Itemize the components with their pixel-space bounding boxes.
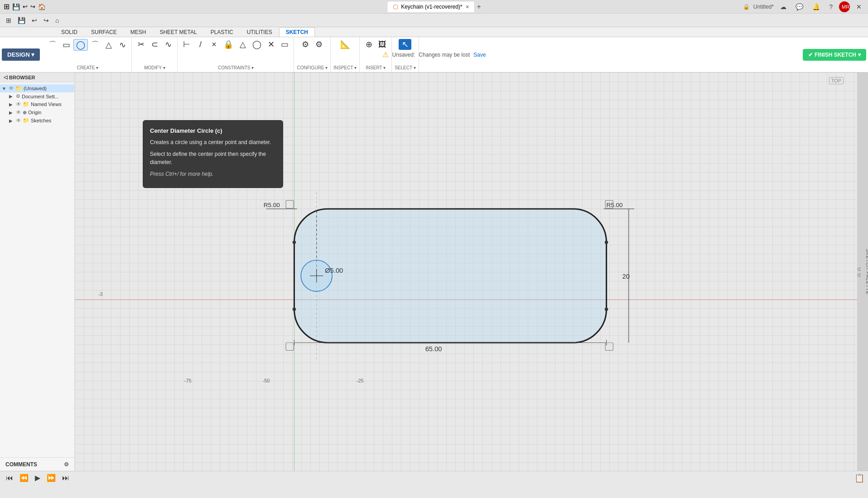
tab-surface[interactable]: SURFACE <box>84 27 124 37</box>
sidebar-item-document-settings[interactable]: ▶ ⚙ Document Sett... <box>0 92 74 100</box>
tab-sheet-metal[interactable]: SHEET METAL <box>153 27 203 37</box>
configure-tool2[interactable]: ⚙ <box>313 39 325 50</box>
sidebar-item-named-views[interactable]: ▶ 👁 📁 Named Views <box>0 100 74 108</box>
footer-playback: ⏮ ⏪ ▶ ⏩ ⏭ 📋 <box>0 471 868 484</box>
origin-icon: ⊕ <box>23 110 27 116</box>
ribbon-group-inspect: 📐 INSPECT ▾ <box>331 37 360 72</box>
eye-origin[interactable]: 👁 <box>16 109 21 116</box>
undo-icon[interactable]: ↩ <box>23 3 28 10</box>
tab-utilities[interactable]: UTILITIES <box>240 27 279 37</box>
svg-text:65.00: 65.00 <box>425 345 442 352</box>
save-link[interactable]: Save <box>473 52 486 58</box>
constraint-triangle[interactable]: △ <box>236 39 249 50</box>
configure-tool1[interactable]: ⚙ <box>299 39 312 50</box>
unsaved-item-label: (Unsaved) <box>24 86 47 91</box>
user-icon[interactable]: MR <box>839 1 850 12</box>
sidebar-item-origin[interactable]: ▶ 👁 ⊕ Origin <box>0 108 74 116</box>
home-button[interactable]: ⌂ <box>53 15 61 25</box>
sidebar-tree: ▼ 👁 📁 (Unsaved) ▶ ⚙ Document Sett... ▶ 👁… <box>0 82 74 457</box>
sidebar-item-sketches[interactable]: ▶ 👁 📁 Sketches <box>0 116 74 125</box>
constraint-rect[interactable]: ▭ <box>278 39 291 50</box>
constraint-diagonal[interactable]: / <box>194 39 207 50</box>
unsaved-label: Unsaved: <box>392 52 415 58</box>
svg-rect-0 <box>294 209 606 343</box>
eye-unsaved[interactable]: 👁 <box>9 85 14 92</box>
tab-plastic[interactable]: PLASTIC <box>204 27 240 37</box>
constraint-circle[interactable]: ◯ <box>250 39 264 50</box>
folder-sketches: 📁 <box>23 117 29 124</box>
axis-label-50: -50 <box>262 378 270 383</box>
eye-namedviews[interactable]: 👁 <box>16 101 21 107</box>
canvas-background[interactable]: TOP <box>75 73 857 471</box>
folder-unsaved: 📁 <box>15 85 22 92</box>
playback-play-button[interactable]: ▶ <box>33 473 43 483</box>
save-button[interactable]: 💾 <box>15 15 28 25</box>
ribbon-tabs: SOLID SURFACE MESH SHEET METAL PLASTIC U… <box>0 27 868 37</box>
sidebar-item-unsaved[interactable]: ▼ 👁 📁 (Unsaved) <box>0 84 74 92</box>
canvas-area[interactable]: TOP <box>75 73 857 471</box>
cloud-icon[interactable]: ☁ <box>777 2 789 11</box>
finish-sketch-button[interactable]: ✔ FINISH SKETCH ▾ <box>803 49 866 61</box>
constraint-horizontal[interactable]: ⊢ <box>180 39 193 50</box>
constraint-x[interactable]: × <box>207 39 220 50</box>
playback-next-button[interactable]: ⏩ <box>44 473 58 483</box>
right-palette[interactable]: SKETCH PALETTE ◁◁ <box>857 73 868 471</box>
line-tool[interactable]: ⌒ <box>46 39 59 50</box>
create-label: CREATE ▾ <box>77 65 99 70</box>
extend-tool[interactable]: ⊂ <box>148 39 161 50</box>
svg-text:R5.00: R5.00 <box>264 202 280 208</box>
title-bar: ⊞ 💾 ↩ ↪ 🏠 ⬡ Keychain (v1-recovered)* ✕ +… <box>0 0 868 14</box>
undo-button[interactable]: ↩ <box>29 15 39 25</box>
spline-tool[interactable]: ∿ <box>116 39 129 50</box>
redo-icon[interactable]: ↪ <box>30 3 35 10</box>
inspect-tool[interactable]: 📐 <box>338 39 352 50</box>
rect-tool[interactable]: ▭ <box>60 39 72 50</box>
fillet-tool[interactable]: ∿ <box>162 39 174 50</box>
svg-text:20: 20 <box>622 272 629 280</box>
design-dropdown-button[interactable]: DESIGN ▾ <box>2 48 40 61</box>
app-grid-icon[interactable]: ⊞ <box>4 2 10 11</box>
insert-tool1[interactable]: ⊕ <box>362 39 375 50</box>
svg-text:R5.00: R5.00 <box>607 202 623 208</box>
new-tab-button[interactable]: + <box>477 3 481 11</box>
ribbon-group-create: ⌒ ▭ ◯ ⌒ △ ∿ CREATE ▾ <box>43 37 132 72</box>
timeline-icon[interactable]: 📋 <box>854 473 864 483</box>
notification-icon[interactable]: 🔔 <box>810 2 823 11</box>
arc-tool[interactable]: ⌒ <box>89 39 101 50</box>
tab-sketch[interactable]: SKETCH <box>279 27 315 37</box>
main-tab[interactable]: ⬡ Keychain (v1-recovered)* ✕ <box>387 1 475 12</box>
tab-close-btn[interactable]: ✕ <box>465 4 469 10</box>
close-window-button[interactable]: ✕ <box>854 2 864 11</box>
constraint-lock[interactable]: 🔒 <box>221 39 236 50</box>
constraint-cross[interactable]: ✕ <box>265 39 277 50</box>
main-layout: ◁ BROWSER ▼ 👁 📁 (Unsaved) ▶ ⚙ Document S… <box>0 73 868 471</box>
arrow-unsaved: ▼ <box>2 86 7 91</box>
trim-tool[interactable]: ✂ <box>135 39 147 50</box>
apps-button[interactable]: ⊞ <box>4 15 14 25</box>
sketch-shape-container: R5.00 R5.00 65.00 20 Ø5.00 <box>247 192 654 359</box>
tab-solid[interactable]: SOLID <box>54 27 84 37</box>
feedback-icon[interactable]: 💬 <box>793 2 806 11</box>
home-icon[interactable]: 🏠 <box>38 3 46 10</box>
help-icon[interactable]: ? <box>826 2 835 11</box>
tab-mesh[interactable]: MESH <box>124 27 153 37</box>
top-icon-row: ⊞ 💾 ↩ ↪ ⌂ <box>0 14 868 27</box>
sidebar-collapse-icon[interactable]: ◁ <box>4 74 7 80</box>
tooltip-popup: Center Diameter Circle (c) Creates a cir… <box>143 120 283 188</box>
playback-end-button[interactable]: ⏭ <box>60 473 72 483</box>
comments-label: COMMENTS <box>5 461 37 468</box>
app-menu-icon[interactable]: 💾 <box>12 3 20 10</box>
eye-sketches[interactable]: 👁 <box>16 117 21 124</box>
modify-label: MODIFY ▾ <box>144 65 165 70</box>
playback-prev-button[interactable]: ⏪ <box>17 473 31 483</box>
constraints-label: CONSTRAINTS ▾ <box>218 65 254 70</box>
comments-settings-icon[interactable]: ⚙ <box>64 461 69 468</box>
playback-start-button[interactable]: ⏮ <box>4 473 15 483</box>
redo-button[interactable]: ↪ <box>41 15 51 25</box>
polygon-tool[interactable]: △ <box>102 39 115 50</box>
svg-point-2 <box>605 241 608 244</box>
lock-icon: 🔒 <box>743 4 750 10</box>
warning-icon: ⚠ <box>382 50 389 59</box>
unsaved-bar: ⚠ Unsaved: Changes may be lost Save <box>382 37 486 72</box>
circle-tool[interactable]: ◯ <box>73 39 88 51</box>
